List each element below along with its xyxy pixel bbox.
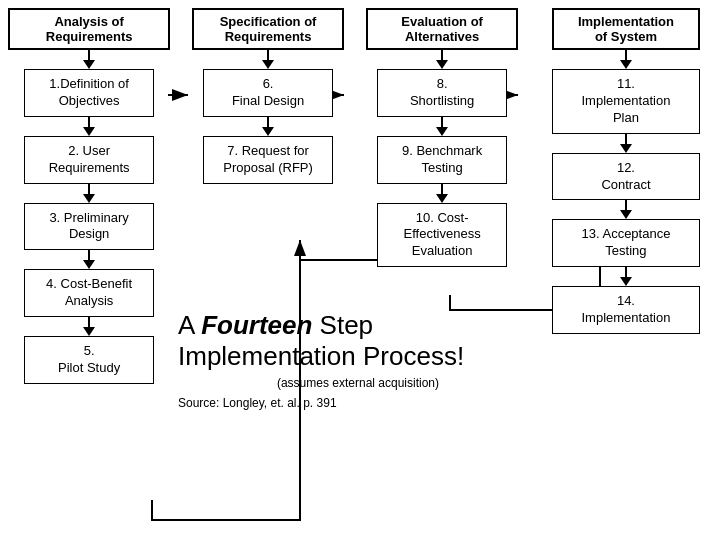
col2-header-text: Specification ofRequirements bbox=[220, 14, 317, 44]
main-layout: Analysis ofRequirements 1.Definition ofO… bbox=[0, 0, 720, 540]
box-2: 2. UserRequirements bbox=[24, 136, 154, 184]
big-title-prefix: A bbox=[178, 310, 201, 340]
box-4: 4. Cost-BenefitAnalysis bbox=[24, 269, 154, 317]
v-connector bbox=[8, 250, 170, 269]
v-line bbox=[88, 317, 90, 327]
v-arrowhead bbox=[620, 210, 632, 219]
v-arrowhead bbox=[620, 277, 632, 286]
v-line bbox=[625, 200, 627, 210]
v-line bbox=[625, 134, 627, 144]
big-title: A Fourteen StepImplementation Process! bbox=[178, 310, 538, 372]
v-line bbox=[625, 50, 627, 60]
v-connector bbox=[8, 50, 170, 69]
v-connector bbox=[540, 200, 712, 219]
box-3: 3. PreliminaryDesign bbox=[24, 203, 154, 251]
box-1: 1.Definition ofObjectives bbox=[24, 69, 154, 117]
col2-header: Specification ofRequirements bbox=[192, 8, 344, 50]
v-arrowhead bbox=[83, 127, 95, 136]
v-arrowhead bbox=[620, 60, 632, 69]
v-line bbox=[625, 267, 627, 277]
v-line bbox=[88, 184, 90, 194]
v-arrowhead bbox=[262, 127, 274, 136]
box-11: 11.ImplementationPlan bbox=[552, 69, 700, 134]
box-7: 7. Request forProposal (RFP) bbox=[203, 136, 333, 184]
box-13: 13. AcceptanceTesting bbox=[552, 219, 700, 267]
box-5: 5.Pilot Study bbox=[24, 336, 154, 384]
v-connector bbox=[366, 50, 518, 69]
v-connector bbox=[192, 117, 344, 136]
v-line bbox=[441, 50, 443, 60]
box-8: 8.Shortlisting bbox=[377, 69, 507, 117]
v-line bbox=[441, 184, 443, 194]
v-line bbox=[267, 50, 269, 60]
v-line bbox=[88, 50, 90, 60]
box-10: 10. Cost-EffectivenessEvaluation bbox=[377, 203, 507, 268]
v-connector bbox=[8, 184, 170, 203]
v-arrowhead bbox=[83, 194, 95, 203]
sub-text: (assumes external acquisition) bbox=[178, 376, 538, 390]
v-arrowhead bbox=[83, 60, 95, 69]
box-12: 12.Contract bbox=[552, 153, 700, 201]
v-arrowhead bbox=[436, 60, 448, 69]
column-4: Implementationof System 11.Implementatio… bbox=[540, 8, 712, 384]
v-connector bbox=[540, 134, 712, 153]
v-line bbox=[88, 250, 90, 260]
big-text-section: A Fourteen StepImplementation Process! (… bbox=[178, 310, 538, 410]
col3-header: Evaluation ofAlternatives bbox=[366, 8, 518, 50]
col1-header-text: Analysis ofRequirements bbox=[46, 14, 133, 44]
v-connector bbox=[540, 50, 712, 69]
v-connector bbox=[366, 184, 518, 203]
box-6: 6.Final Design bbox=[203, 69, 333, 117]
v-line bbox=[88, 117, 90, 127]
column-1: Analysis ofRequirements 1.Definition ofO… bbox=[8, 8, 170, 384]
col3-header-text: Evaluation ofAlternatives bbox=[401, 14, 483, 44]
v-connector bbox=[8, 317, 170, 336]
v-arrowhead bbox=[436, 194, 448, 203]
v-connector bbox=[192, 50, 344, 69]
box-9: 9. BenchmarkTesting bbox=[377, 136, 507, 184]
v-arrowhead bbox=[83, 327, 95, 336]
v-connector bbox=[540, 267, 712, 286]
col4-header: Implementationof System bbox=[552, 8, 700, 50]
big-title-italic: Fourteen bbox=[201, 310, 312, 340]
v-arrowhead bbox=[436, 127, 448, 136]
v-arrowhead bbox=[83, 260, 95, 269]
box-14: 14.Implementation bbox=[552, 286, 700, 334]
v-arrowhead bbox=[262, 60, 274, 69]
source-text: Source: Longley, et. al. p. 391 bbox=[178, 396, 538, 410]
v-line bbox=[267, 117, 269, 127]
v-connector bbox=[8, 117, 170, 136]
col4-header-text: Implementationof System bbox=[578, 14, 674, 44]
v-line bbox=[441, 117, 443, 127]
v-arrowhead bbox=[620, 144, 632, 153]
col1-header: Analysis ofRequirements bbox=[8, 8, 170, 50]
v-connector bbox=[366, 117, 518, 136]
